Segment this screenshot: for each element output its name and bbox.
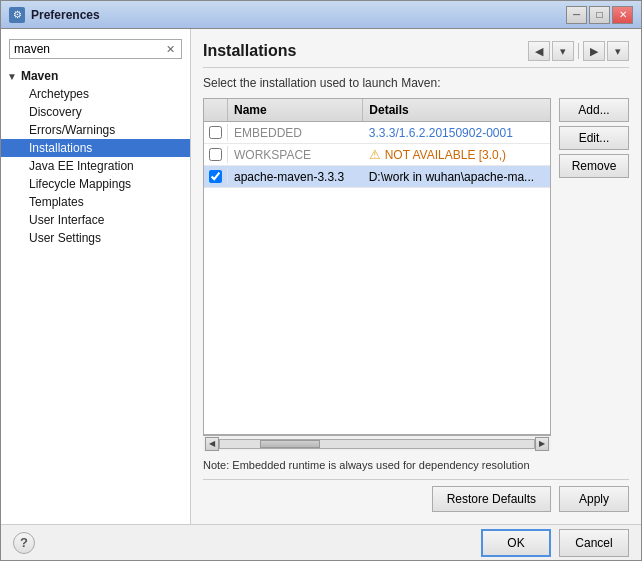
row-name-workspace: WORKSPACE: [228, 146, 363, 164]
sidebar-label-user-interface: User Interface: [29, 213, 104, 227]
tree-arrow-maven: ▼: [7, 71, 17, 82]
minimize-button[interactable]: ─: [566, 6, 587, 24]
edit-button[interactable]: Edit...: [559, 126, 629, 150]
table-section: Name Details EMBEDDED 3.3.3/1.6.: [203, 98, 629, 451]
sidebar-item-lifecycle[interactable]: Lifecycle Mappings: [1, 175, 190, 193]
maximize-button[interactable]: □: [589, 6, 610, 24]
installations-table: Name Details EMBEDDED 3.3.3/1.6.: [203, 98, 551, 435]
forward-button[interactable]: ▶: [583, 41, 605, 61]
sidebar-label-discovery: Discovery: [29, 105, 82, 119]
search-input[interactable]: [14, 42, 164, 56]
back-button[interactable]: ◀: [528, 41, 550, 61]
ok-button[interactable]: OK: [481, 529, 551, 557]
search-clear-icon[interactable]: ✕: [164, 43, 177, 56]
preferences-window: ⚙ Preferences ─ □ ✕ ✕ ▼ Maven Archetypes…: [0, 0, 642, 561]
row-checkbox-embedded[interactable]: [204, 124, 228, 141]
forward-dropdown-button[interactable]: ▾: [607, 41, 629, 61]
row-name-embedded: EMBEDDED: [228, 124, 363, 142]
table-row[interactable]: EMBEDDED 3.3.3/1.6.2.20150902-0001: [204, 122, 550, 144]
header-details: Details: [363, 99, 550, 121]
add-button[interactable]: Add...: [559, 98, 629, 122]
title-bar: ⚙ Preferences ─ □ ✕: [1, 1, 641, 29]
panel-description: Select the installation used to launch M…: [203, 76, 629, 90]
window-title: Preferences: [31, 8, 566, 22]
checkbox-apache[interactable]: [209, 170, 222, 183]
main-panel: Installations ◀ ▾ ▶ ▾ Select the install…: [191, 29, 641, 524]
sidebar-item-archetypes[interactable]: Archetypes: [1, 85, 190, 103]
checkbox-workspace[interactable]: [209, 148, 222, 161]
table-header: Name Details: [204, 99, 550, 122]
sidebar-label-installations: Installations: [29, 141, 92, 155]
horizontal-scrollbar[interactable]: ◀ ▶: [203, 435, 551, 451]
restore-defaults-button[interactable]: Restore Defaults: [432, 486, 551, 512]
sidebar-item-templates[interactable]: Templates: [1, 193, 190, 211]
sidebar-label-java-ee: Java EE Integration: [29, 159, 134, 173]
sidebar-label-user-settings: User Settings: [29, 231, 101, 245]
table-row[interactable]: apache-maven-3.3.3 D:\work in wuhan\apac…: [204, 166, 550, 188]
warning-icon: ⚠: [369, 147, 381, 162]
side-buttons: Add... Edit... Remove: [559, 98, 629, 451]
header-check: [204, 99, 228, 121]
sidebar-item-maven[interactable]: ▼ Maven: [1, 67, 190, 85]
remove-button[interactable]: Remove: [559, 154, 629, 178]
panel-header: Installations ◀ ▾ ▶ ▾: [203, 41, 629, 68]
note-text: Note: Embedded runtime is always used fo…: [203, 459, 629, 471]
panel-toolbar: ◀ ▾ ▶ ▾: [528, 41, 629, 61]
checkbox-embedded[interactable]: [209, 126, 222, 139]
help-button[interactable]: ?: [13, 532, 35, 554]
row-name-apache: apache-maven-3.3.3: [228, 168, 363, 186]
back-dropdown-button[interactable]: ▾: [552, 41, 574, 61]
row-details-workspace: ⚠ NOT AVAILABLE [3.0,): [363, 145, 550, 164]
row-details-embedded: 3.3.3/1.6.2.20150902-0001: [363, 124, 550, 142]
content-area: ✕ ▼ Maven Archetypes Discovery Errors/Wa…: [1, 29, 641, 524]
window-controls: ─ □ ✕: [566, 6, 633, 24]
bottom-action-buttons: Restore Defaults Apply: [203, 479, 629, 512]
panel-title-text: Installations: [203, 42, 296, 60]
footer-bar: ? OK Cancel: [1, 524, 641, 560]
sidebar: ✕ ▼ Maven Archetypes Discovery Errors/Wa…: [1, 29, 191, 524]
sidebar-label-errors: Errors/Warnings: [29, 123, 115, 137]
scroll-right-button[interactable]: ▶: [535, 437, 549, 451]
header-name: Name: [228, 99, 363, 121]
sidebar-label-maven: Maven: [21, 69, 58, 83]
sidebar-item-java-ee[interactable]: Java EE Integration: [1, 157, 190, 175]
scroll-left-button[interactable]: ◀: [205, 437, 219, 451]
row-checkbox-apache[interactable]: [204, 168, 228, 185]
sidebar-label-templates: Templates: [29, 195, 84, 209]
workspace-status: NOT AVAILABLE [3.0,): [385, 148, 506, 162]
sidebar-item-discovery[interactable]: Discovery: [1, 103, 190, 121]
cancel-button[interactable]: Cancel: [559, 529, 629, 557]
close-button[interactable]: ✕: [612, 6, 633, 24]
search-box: ✕: [9, 39, 182, 59]
sidebar-item-user-interface[interactable]: User Interface: [1, 211, 190, 229]
sidebar-label-lifecycle: Lifecycle Mappings: [29, 177, 131, 191]
window-icon: ⚙: [9, 7, 25, 23]
footer-actions: OK Cancel: [481, 529, 629, 557]
scroll-thumb[interactable]: [260, 440, 320, 448]
sidebar-item-installations[interactable]: Installations: [1, 139, 190, 157]
table-body: EMBEDDED 3.3.3/1.6.2.20150902-0001 WORKS…: [204, 122, 550, 434]
row-details-apache: D:\work in wuhan\apache-ma...: [363, 168, 550, 186]
apply-button[interactable]: Apply: [559, 486, 629, 512]
table-row[interactable]: WORKSPACE ⚠ NOT AVAILABLE [3.0,): [204, 144, 550, 166]
scroll-track[interactable]: [219, 439, 535, 449]
toolbar-separator: [578, 43, 579, 59]
sidebar-item-user-settings[interactable]: User Settings: [1, 229, 190, 247]
row-checkbox-workspace[interactable]: [204, 146, 228, 163]
sidebar-label-archetypes: Archetypes: [29, 87, 89, 101]
sidebar-item-errors[interactable]: Errors/Warnings: [1, 121, 190, 139]
